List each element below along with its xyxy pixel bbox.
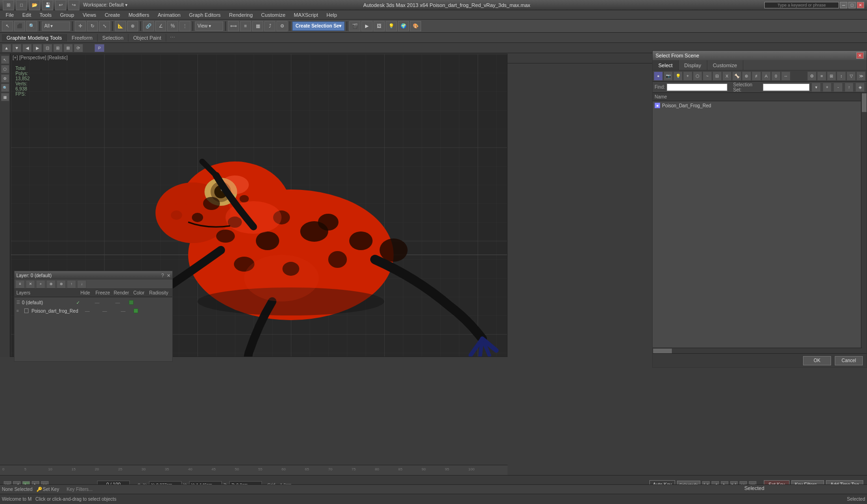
ok-button[interactable]: OK (803, 356, 831, 365)
layer-row-default[interactable]: ☰ 0 (default) ✓ — — (14, 298, 172, 307)
sib-group[interactable]: ⊟ (712, 71, 722, 81)
sel-highlight-btn[interactable]: ◈ (855, 83, 865, 92)
move-btn[interactable]: ✛ (75, 21, 86, 31)
render-btn[interactable]: ▶ (361, 21, 373, 31)
layer-tb-3[interactable]: + (36, 280, 45, 288)
active-shade-btn[interactable]: 💡 (386, 21, 397, 31)
sib-options[interactable]: ⚙ (807, 71, 817, 81)
menu-graph-editors[interactable]: Graph Editors (185, 11, 225, 19)
mirror-btn[interactable]: ⟺ (228, 21, 239, 31)
render-frame-btn[interactable]: 🖼 (374, 21, 385, 31)
menu-customize[interactable]: Customize (257, 11, 289, 19)
layer-row-frog[interactable]: ≡ Poison_dart_frog_Red — — — (14, 307, 172, 315)
enviro-btn[interactable]: 🌍 (398, 21, 409, 31)
sib-sort[interactable]: ↕ (837, 71, 846, 81)
menu-tools[interactable]: Tools (36, 11, 56, 19)
ref-coord-btn[interactable]: 📐 (115, 21, 126, 31)
menu-file[interactable]: File (2, 11, 18, 19)
sib-space-warp[interactable]: ~ (703, 71, 712, 81)
sib-sphere[interactable]: ● (654, 71, 663, 81)
menu-views[interactable]: Views (79, 11, 100, 19)
sib-inv[interactable]: ≠ (752, 71, 761, 81)
align-btn[interactable]: ≡ (240, 21, 251, 31)
sub-btn-1[interactable]: ▲ (2, 44, 11, 52)
layer-close-btn[interactable]: ✕ (167, 273, 170, 278)
undo-btn[interactable]: ↩ (55, 0, 66, 10)
tab-objectpaint[interactable]: Object Paint (128, 34, 166, 42)
sib-helper[interactable]: + (683, 71, 692, 81)
create-selection-btn[interactable]: Create Selection Se▾ (292, 21, 345, 31)
spinner-snap[interactable]: ⋮ (179, 21, 190, 31)
menu-modifiers[interactable]: Modifiers (125, 11, 153, 19)
open-btn[interactable]: 📂 (29, 0, 40, 10)
search-field[interactable]: Type a keyword or phrase (764, 2, 839, 8)
scale-btn[interactable]: ⤡ (99, 21, 110, 31)
pivot-btn[interactable]: ⊕ (127, 21, 138, 31)
rotate-btn[interactable]: ↻ (87, 21, 98, 31)
sib-tree-view[interactable]: ⊞ (827, 71, 836, 81)
sib-particle[interactable]: ⊛ (742, 71, 751, 81)
tab-freeform[interactable]: Freeform (67, 34, 98, 42)
sub-btn-6[interactable]: ⊞ (53, 44, 63, 52)
select-h-scrollbar[interactable] (653, 348, 862, 353)
sub-btn-4[interactable]: ▶ (33, 44, 42, 52)
lt-btn-5[interactable]: ▦ (1, 93, 9, 101)
obj-row-frog[interactable]: ■ Poison_Dart_Frog_Red (653, 101, 867, 110)
layer-tb-4[interactable]: ⊕ (46, 280, 56, 288)
select-region-btn[interactable]: ⬛ (14, 21, 25, 31)
sel-set-dropdown[interactable]: ▾ (811, 83, 821, 92)
filter-dropdown[interactable]: All ▾ (42, 21, 70, 31)
sib-shape[interactable]: ⬡ (693, 71, 702, 81)
schematic-btn[interactable]: ⚙ (276, 21, 288, 31)
tab-display[interactable]: Display (679, 60, 707, 70)
sib-invert[interactable]: ↔ (781, 71, 790, 81)
save-btn[interactable]: 💾 (42, 0, 53, 10)
tab-selection[interactable]: Selection (98, 34, 128, 42)
tab-select[interactable]: Select (653, 60, 679, 70)
h-scroll-thumb[interactable] (653, 349, 672, 353)
sel-set-btn1[interactable]: + (823, 83, 832, 92)
sel-set-btn2[interactable]: - (833, 83, 843, 92)
tab-graphite[interactable]: Graphite Modeling Tools (2, 34, 67, 42)
lt-btn-2[interactable]: ⬡ (1, 65, 9, 73)
sel-set-btn3[interactable]: ↑ (845, 83, 854, 92)
sib-bone[interactable]: 🦴 (732, 71, 741, 81)
sub-btn-7[interactable]: ⊠ (63, 44, 73, 52)
lt-btn-1[interactable]: ↖ (1, 56, 9, 64)
maximize-btn[interactable]: □ (848, 2, 856, 8)
select-by-name-btn[interactable]: 🔍 (26, 21, 37, 31)
scroll-thumb[interactable] (862, 93, 867, 112)
sib-none[interactable]: 0 (771, 71, 781, 81)
layer-tb-5[interactable]: ⊗ (56, 280, 66, 288)
app-icon[interactable]: ⊞ (3, 0, 14, 10)
menu-maxscript[interactable]: MAXScript (290, 11, 322, 19)
menu-help[interactable]: Help (323, 11, 341, 19)
redo-btn[interactable]: ↪ (68, 0, 79, 10)
find-input[interactable] (667, 84, 727, 91)
minimize-btn[interactable]: ─ (840, 2, 847, 8)
tab-customize[interactable]: Customize (707, 60, 743, 70)
menu-animation[interactable]: Animation (154, 11, 184, 19)
select-scrollbar[interactable] (861, 93, 867, 359)
sib-light[interactable]: 💡 (673, 71, 683, 81)
sib-all[interactable]: A (761, 71, 771, 81)
close-btn[interactable]: ✕ (857, 2, 864, 8)
sib-more[interactable]: ≫ (856, 71, 866, 81)
curve-editor-btn[interactable]: ⤴ (264, 21, 275, 31)
menu-group[interactable]: Group (56, 11, 78, 19)
new-btn[interactable]: □ (16, 0, 27, 10)
layer-help-btn[interactable]: ? (161, 273, 164, 278)
sib-filter[interactable]: ▽ (846, 71, 856, 81)
layer-tb-1[interactable]: ≡ (15, 280, 25, 288)
sib-xref[interactable]: X (722, 71, 732, 81)
layer-tb-7[interactable]: ↓ (77, 280, 86, 288)
view-dropdown[interactable]: View ▾ (195, 21, 223, 31)
cancel-button[interactable]: Cancel (835, 356, 863, 365)
snap-toggle[interactable]: 🔗 (143, 21, 154, 31)
select-panel-close[interactable]: ✕ (856, 52, 864, 59)
menu-create[interactable]: Create (101, 11, 124, 19)
sib-camera[interactable]: 📷 (663, 71, 673, 81)
layer-manager-btn[interactable]: ▦ (252, 21, 263, 31)
selection-set-input[interactable] (763, 84, 810, 91)
render-setup-btn[interactable]: 🎬 (349, 21, 360, 31)
